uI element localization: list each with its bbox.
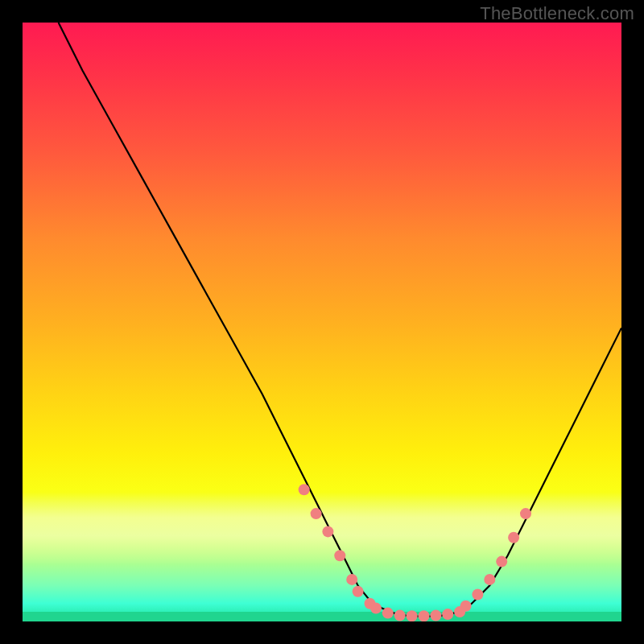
bottleneck-curve	[59, 23, 621, 617]
curve-markers	[299, 484, 531, 621]
chart-frame: TheBottleneck.com	[0, 0, 644, 644]
curve-marker	[370, 603, 382, 614]
curve-marker	[382, 608, 394, 619]
curve-marker	[334, 550, 345, 561]
curve-marker	[496, 556, 507, 568]
curve-marker	[353, 586, 364, 597]
curve-marker	[472, 589, 483, 601]
chart-svg	[23, 23, 621, 621]
curve-marker	[442, 609, 453, 620]
curve-marker	[407, 610, 418, 621]
curve-marker	[346, 574, 357, 585]
watermark-text: TheBottleneck.com	[480, 3, 634, 24]
plot-area	[23, 23, 621, 621]
curve-marker	[322, 526, 333, 537]
curve-marker	[508, 532, 519, 543]
curve-marker	[394, 610, 406, 621]
curve-marker	[419, 610, 430, 621]
curve-marker	[520, 508, 531, 519]
curve-marker	[430, 610, 441, 621]
curve-marker	[311, 508, 322, 519]
curve-marker	[484, 574, 495, 585]
curve-marker	[460, 601, 472, 612]
curve-marker	[299, 484, 310, 495]
